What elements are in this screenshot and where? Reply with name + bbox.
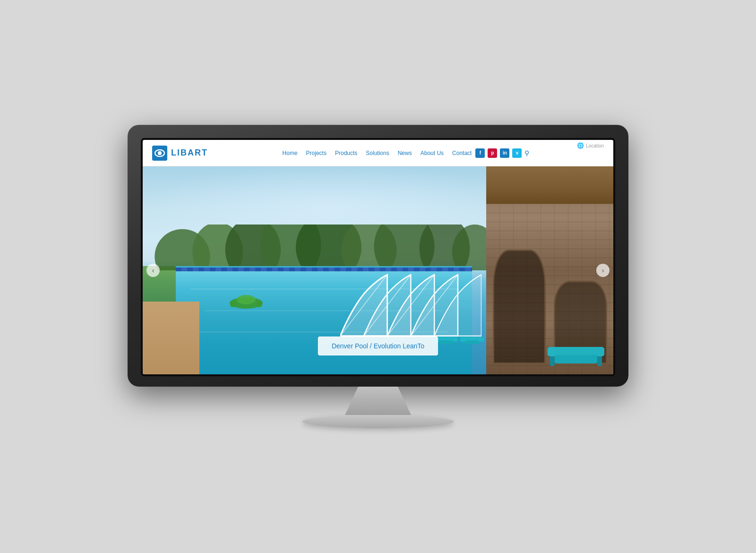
monitor-body: LIBART Home Projects Products Solutions …	[128, 125, 628, 387]
nav-products[interactable]: Products	[335, 150, 357, 156]
monitor-bezel: LIBART Home Projects Products Solutions …	[141, 138, 615, 376]
logo-text: LIBART	[171, 148, 208, 158]
logo-icon	[152, 146, 167, 161]
svg-point-3	[159, 152, 161, 154]
slider-prev-button[interactable]: ‹	[146, 264, 160, 277]
lawn-chairs	[434, 333, 491, 349]
linkedin-icon[interactable]: in	[500, 148, 509, 158]
monitor-stand-neck	[345, 387, 411, 415]
location-area: 🌐 Location	[577, 142, 604, 149]
hero-caption-box: Denver Pool / Evolution LeanTo	[318, 337, 438, 355]
website: LIBART Home Projects Products Solutions …	[143, 140, 613, 374]
location-label: Location	[586, 143, 604, 148]
search-icon[interactable]: ⚲	[524, 149, 529, 157]
monitor-wrapper: LIBART Home Projects Products Solutions …	[128, 125, 628, 428]
nav-solutions[interactable]: Solutions	[366, 150, 389, 156]
svg-rect-18	[439, 340, 453, 344]
logo-area: LIBART	[152, 146, 208, 161]
slider-next-button[interactable]: ›	[596, 264, 610, 277]
main-nav: Home Projects Products Solutions News Ab…	[283, 150, 472, 156]
pool-deck-left	[143, 302, 199, 374]
svg-point-23	[230, 302, 236, 307]
trees-backdrop	[152, 225, 505, 270]
monitor-stand-base	[302, 415, 454, 428]
hero-section: ‹ › Denver Pool / Evolution LeanTo	[143, 166, 613, 374]
nav-home[interactable]: Home	[283, 150, 298, 156]
nav-projects[interactable]: Projects	[306, 150, 326, 156]
nav-about[interactable]: About Us	[421, 150, 444, 156]
svg-rect-26	[555, 355, 597, 363]
svg-point-2	[158, 151, 162, 155]
vimeo-icon[interactable]: v	[512, 148, 522, 158]
glass-enclosure	[340, 264, 481, 337]
svg-point-24	[257, 302, 262, 307]
svg-rect-20	[465, 340, 479, 344]
nav-contact[interactable]: Contact	[452, 150, 472, 156]
svg-point-22	[237, 295, 256, 304]
inflatable-toy	[227, 291, 265, 312]
chair-foreground	[548, 340, 613, 370]
nav-news[interactable]: News	[398, 150, 412, 156]
social-icons: f p in v ⚲	[475, 148, 529, 158]
svg-rect-28	[597, 356, 602, 366]
monitor-screen: LIBART Home Projects Products Solutions …	[143, 140, 613, 374]
svg-rect-27	[550, 356, 555, 366]
facebook-icon[interactable]: f	[475, 148, 485, 158]
hero-caption-text: Denver Pool / Evolution LeanTo	[332, 342, 424, 350]
top-bar: LIBART Home Projects Products Solutions …	[143, 140, 613, 166]
svg-rect-0	[152, 146, 167, 161]
pinterest-icon[interactable]: p	[488, 148, 497, 158]
globe-icon: 🌐	[577, 142, 584, 149]
svg-point-1	[155, 150, 164, 156]
